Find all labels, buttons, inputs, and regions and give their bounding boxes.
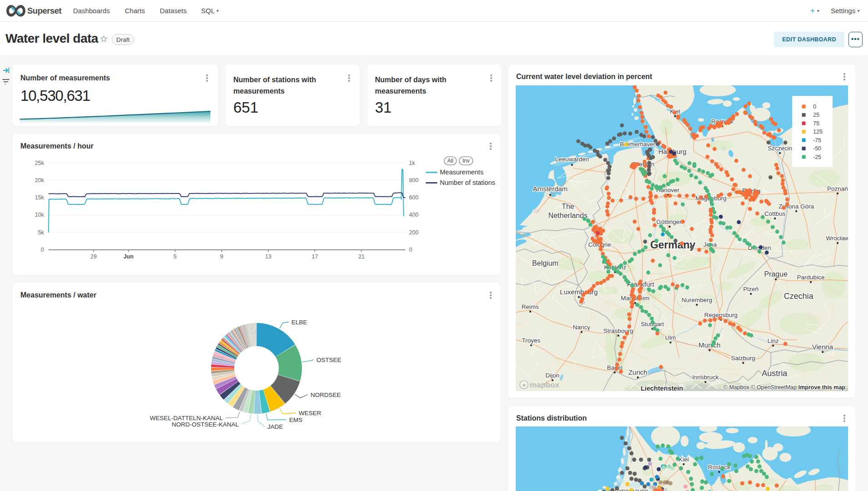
svg-text:Vienna: Vienna — [812, 343, 833, 351]
svg-text:15k: 15k — [35, 194, 44, 201]
svg-text:Belgium: Belgium — [532, 259, 558, 267]
svg-text:0: 0 — [41, 247, 44, 253]
svg-text:Innsbruck: Innsbruck — [692, 374, 719, 381]
svg-text:Leeuwarden: Leeuwarden — [555, 156, 589, 163]
svg-text:NORDSEE: NORDSEE — [311, 392, 341, 398]
svg-text:-25: -25 — [813, 154, 821, 160]
svg-text:JADE: JADE — [267, 423, 283, 430]
svg-text:Netherlands: Netherlands — [548, 212, 587, 219]
svg-text:Dijon: Dijon — [546, 372, 560, 379]
svg-text:Amsterdam: Amsterdam — [533, 185, 568, 193]
svg-text:OSTSEE: OSTSEE — [316, 357, 341, 363]
svg-text:Pardubice: Pardubice — [797, 274, 825, 281]
svg-text:-75: -75 — [813, 137, 821, 144]
svg-text:© Mapbox © OpenStreetMap Impro: © Mapbox © OpenStreetMap Improve this ma… — [723, 384, 845, 391]
svg-text:-50: -50 — [813, 145, 821, 152]
svg-text:Austria: Austria — [762, 369, 788, 378]
svg-text:Cottbus: Cottbus — [764, 210, 786, 217]
svg-text:Wrocław: Wrocław — [826, 235, 848, 242]
svg-text:20k: 20k — [35, 177, 44, 184]
svg-text:800: 800 — [409, 177, 419, 184]
svg-text:Prague: Prague — [764, 270, 788, 278]
svg-text:25k: 25k — [35, 160, 44, 166]
svg-text:NORD-OSTSEE-KANAL: NORD-OSTSEE-KANAL — [172, 421, 239, 428]
svg-text:Inv: Inv — [462, 158, 469, 164]
svg-text:125: 125 — [813, 129, 823, 135]
svg-text:25: 25 — [813, 112, 819, 118]
svg-text:Jun: Jun — [123, 253, 133, 260]
svg-text:ELBE: ELBE — [291, 319, 307, 326]
svg-text:200: 200 — [409, 229, 419, 236]
svg-text:EMS: EMS — [289, 417, 302, 423]
svg-text:Plzeň: Plzeň — [743, 286, 759, 293]
svg-text:10k: 10k — [35, 212, 44, 218]
svg-text:Troyes: Troyes — [522, 337, 541, 344]
svg-text:Czechia: Czechia — [784, 292, 814, 301]
svg-text:Reims: Reims — [522, 303, 539, 310]
svg-text:13: 13 — [265, 253, 271, 260]
svg-text:Poznań: Poznań — [827, 185, 848, 192]
svg-text:The: The — [562, 203, 574, 210]
svg-text:0: 0 — [813, 104, 816, 110]
svg-text:mapbox: mapbox — [530, 381, 560, 389]
svg-text:Number of stations: Number of stations — [440, 179, 495, 186]
svg-text:Liechtenstein: Liechtenstein — [641, 385, 683, 391]
svg-text:400: 400 — [409, 212, 419, 218]
svg-text:Munich: Munich — [699, 341, 720, 349]
svg-text:WESER: WESER — [299, 410, 321, 417]
svg-text:21: 21 — [358, 253, 365, 260]
svg-text:Nuremberg: Nuremberg — [681, 297, 712, 303]
svg-text:5k: 5k — [38, 229, 44, 236]
svg-text:Kiel: Kiel — [679, 456, 689, 463]
svg-text:Measurements: Measurements — [440, 169, 483, 176]
svg-text:Rostock: Rostock — [708, 464, 730, 471]
svg-text:Linz: Linz — [768, 337, 779, 344]
svg-text:Ulm: Ulm — [665, 334, 676, 341]
svg-text:0: 0 — [409, 247, 412, 253]
svg-text:1k: 1k — [409, 160, 415, 166]
svg-text:5: 5 — [173, 253, 177, 260]
svg-text:★: ★ — [522, 382, 527, 388]
svg-text:WESEL-DATTELN-KANAL: WESEL-DATTELN-KANAL — [150, 415, 223, 422]
svg-text:600: 600 — [409, 194, 419, 201]
svg-text:29: 29 — [90, 253, 97, 260]
svg-text:9: 9 — [220, 253, 223, 260]
svg-text:Szczecin: Szczecin — [768, 145, 792, 152]
svg-text:Zurich: Zurich — [628, 368, 647, 376]
svg-text:17: 17 — [312, 253, 318, 260]
svg-text:Salzburg: Salzburg — [731, 355, 755, 362]
svg-text:All: All — [447, 158, 453, 164]
svg-text:Nancy: Nancy — [573, 324, 591, 331]
svg-text:75: 75 — [813, 120, 819, 127]
